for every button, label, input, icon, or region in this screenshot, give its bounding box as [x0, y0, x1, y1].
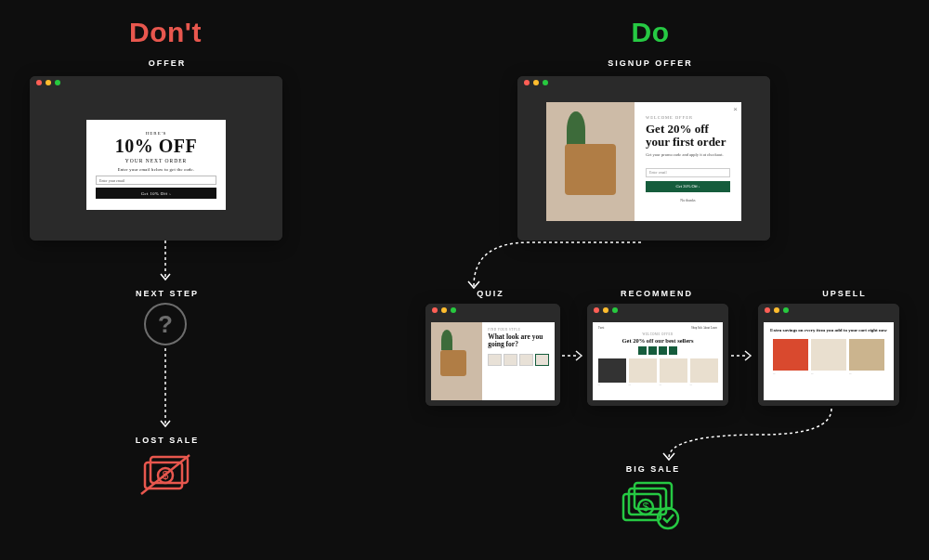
minimize-icon: [603, 307, 608, 313]
product-card[interactable]: —: [690, 358, 718, 389]
product-card[interactable]: —: [811, 339, 846, 375]
big-sale-icon: $: [618, 481, 683, 533]
swatch[interactable]: [638, 346, 647, 355]
swatch[interactable]: [669, 346, 677, 355]
no-thanks-link[interactable]: No thanks: [646, 198, 730, 202]
discount-modal: HERE'S 10% OFF YOUR NEXT ORDER Enter you…: [86, 120, 226, 210]
dont-next-step-label: NEXT STEP: [121, 289, 214, 298]
minimize-icon: [533, 80, 539, 85]
style-option[interactable]: [488, 354, 502, 366]
product-card[interactable]: —: [660, 358, 687, 389]
email-input[interactable]: Enter email: [646, 168, 730, 177]
do-recommend-label: RECOMMEND: [615, 289, 699, 298]
close-icon: [765, 307, 770, 313]
quiz-headline: What look are you going for?: [488, 333, 549, 348]
upsell-headline: Extra savings on every item you add to y…: [769, 328, 888, 333]
question-mark-icon: ?: [144, 303, 187, 345]
do-recommend-window: ForstShop Sale About Learn WELCOME OFFER…: [587, 304, 728, 406]
maximize-icon: [55, 80, 60, 85]
close-icon: [36, 80, 42, 85]
maximize-icon: [612, 307, 618, 313]
arrow-right-icon: [731, 351, 755, 360]
recommend-page: ForstShop Sale About Learn WELCOME OFFER…: [593, 322, 723, 400]
dont-title: Don't: [72, 17, 258, 48]
window-traffic-lights: [425, 304, 560, 317]
do-signup-window: × WELCOME OFFER Get 20% offyour first or…: [517, 76, 770, 241]
rec-headline: Get 20% off our best sellers: [598, 337, 717, 344]
dont-lost-sale-label: LOST SALE: [121, 436, 214, 445]
do-quiz-label: QUIZ: [463, 289, 518, 298]
window-traffic-lights: [30, 76, 282, 89]
site-nav: ForstShop Sale About Learn: [598, 326, 717, 330]
swatch[interactable]: [659, 346, 667, 355]
modal-desc: Enter your email below to get the code.: [96, 167, 216, 172]
arrow-right-icon: [562, 351, 586, 360]
window-traffic-lights: [517, 76, 770, 89]
close-icon: [432, 307, 438, 313]
style-option[interactable]: [504, 354, 517, 366]
modal-kicker: WELCOME OFFER: [646, 115, 730, 120]
do-upsell-label: UPSELL: [812, 289, 877, 298]
get-offer-button[interactable]: Get 10% Off ›: [96, 188, 216, 199]
quiz-kicker: FIND YOUR STYLE: [488, 328, 549, 332]
quiz-options: [488, 354, 549, 366]
filter-swatches: [598, 346, 717, 355]
minimize-icon: [441, 307, 447, 313]
minimize-icon: [774, 307, 779, 313]
lost-sale-icon: $: [137, 453, 195, 500]
arrow-down-icon: [164, 241, 166, 285]
close-icon: [594, 307, 599, 313]
get-offer-button[interactable]: Get 20% Off ›: [646, 181, 730, 192]
modal-headline: Get 20% offyour first order: [646, 123, 730, 150]
do-title: Do: [557, 17, 743, 48]
do-signup-offer-label: SIGNUP OFFER: [595, 59, 706, 68]
style-option[interactable]: [519, 354, 533, 366]
swatch[interactable]: [648, 346, 657, 355]
quiz-card: FIND YOUR STYLE What look are you going …: [431, 322, 555, 400]
modal-desc: Get your promo code and apply it at chec…: [646, 152, 730, 157]
maximize-icon: [783, 307, 789, 313]
modal-subhead: YOUR NEXT ORDER: [96, 158, 216, 163]
product-card[interactable]: —: [849, 339, 884, 375]
close-modal-icon[interactable]: ×: [733, 105, 738, 113]
signup-modal: × WELCOME OFFER Get 20% offyour first or…: [546, 102, 741, 221]
arrow-curve-icon: [455, 240, 650, 295]
upsell-card: Extra savings on every item you add to y…: [764, 322, 894, 400]
window-traffic-lights: [758, 304, 899, 317]
do-bigsale-label: BIG SALE: [611, 464, 695, 474]
dont-offer-label: OFFER: [121, 59, 214, 68]
rec-kicker: WELCOME OFFER: [598, 332, 717, 336]
dont-offer-window: HERE'S 10% OFF YOUR NEXT ORDER Enter you…: [30, 76, 282, 241]
arrow-curve-icon: [650, 407, 855, 462]
do-quiz-window: FIND YOUR STYLE What look are you going …: [425, 304, 560, 406]
modal-headline: 10% OFF: [96, 136, 216, 157]
window-traffic-lights: [587, 304, 728, 317]
minimize-icon: [46, 80, 51, 85]
maximize-icon: [543, 80, 548, 85]
svg-text:$: $: [643, 501, 649, 514]
product-card[interactable]: —: [773, 339, 808, 375]
product-card[interactable]: —: [629, 358, 657, 389]
arrow-down-icon: [164, 348, 166, 432]
product-image: [546, 102, 635, 221]
do-upsell-window: Extra savings on every item you add to y…: [758, 304, 899, 406]
product-card[interactable]: —: [598, 358, 626, 389]
close-icon: [524, 80, 530, 85]
maximize-icon: [451, 307, 456, 313]
style-option-selected[interactable]: [535, 354, 549, 366]
product-image: [431, 322, 482, 400]
email-input[interactable]: Enter your email: [96, 176, 216, 185]
